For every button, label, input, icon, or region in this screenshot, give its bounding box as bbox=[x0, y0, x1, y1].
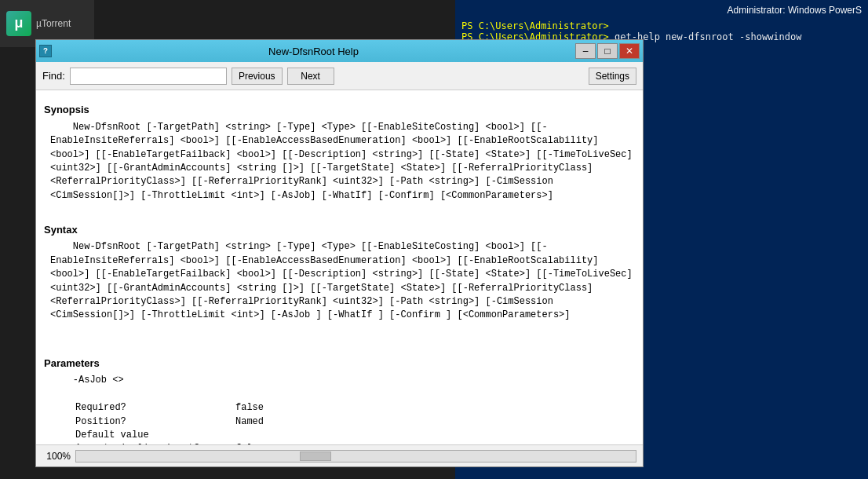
utorrent-label: µTorrent bbox=[36, 18, 71, 29]
position-val: Named bbox=[235, 415, 264, 429]
next-button[interactable]: Next bbox=[287, 68, 334, 85]
synopsis-header: Synopsis bbox=[44, 103, 635, 118]
horizontal-scrollbar[interactable] bbox=[75, 450, 636, 463]
required-key: Required? bbox=[75, 401, 232, 415]
help-content[interactable]: Synopsis New-DfsnRoot [-TargetPath] <str… bbox=[36, 90, 643, 444]
zoom-label: 100% bbox=[42, 451, 71, 462]
param-asjob-details: Required? false Position? Named Default … bbox=[75, 401, 635, 444]
position-key: Position? bbox=[75, 415, 232, 429]
syntax-text: New-DfsnRoot [-TargetPath] <string> [-Ty… bbox=[50, 240, 635, 322]
param-asjob-position: Position? Named bbox=[75, 415, 635, 429]
help-content-wrapper: Synopsis New-DfsnRoot [-TargetPath] <str… bbox=[36, 90, 643, 444]
param-asjob-default: Default value bbox=[75, 429, 635, 442]
find-input[interactable] bbox=[70, 68, 227, 85]
scrollbar-thumb[interactable] bbox=[300, 452, 331, 461]
required-val: false bbox=[235, 401, 264, 415]
ps-titlebar: Administrator: Windows PowerS bbox=[458, 3, 865, 17]
syntax-header: Syntax bbox=[44, 223, 635, 238]
help-window-title: New-DfsnRoot Help bbox=[52, 46, 575, 57]
previous-button[interactable]: Previous bbox=[232, 68, 283, 85]
synopsis-text: New-DfsnRoot [-TargetPath] <string> [-Ty… bbox=[50, 121, 635, 203]
syntax-content: New-DfsnRoot [-TargetPath] <string> [-Ty… bbox=[50, 241, 633, 320]
param-asjob-required: Required? false bbox=[75, 401, 635, 415]
help-window: ? New-DfsnRoot Help – □ ✕ Find: Previous… bbox=[35, 39, 644, 467]
help-bottom-bar: 100% bbox=[36, 444, 643, 466]
help-titlebar: ? New-DfsnRoot Help – □ ✕ bbox=[36, 40, 643, 62]
default-key: Default value bbox=[75, 429, 232, 442]
help-icon: ? bbox=[39, 45, 52, 57]
ps-line-1: PS C:\Users\Administrator> bbox=[461, 20, 862, 31]
parameters-header: Parameters bbox=[44, 357, 635, 371]
ps-title: Administrator: Windows PowerS bbox=[728, 5, 862, 16]
utorrent-icon: μ bbox=[6, 11, 31, 36]
find-label: Find: bbox=[42, 70, 65, 82]
minimize-button[interactable]: – bbox=[575, 43, 596, 59]
synopsis-content: New-DfsnRoot [-TargetPath] <string> [-Ty… bbox=[50, 122, 633, 201]
maximize-button[interactable]: □ bbox=[597, 43, 618, 59]
parameters-section: -AsJob <> Required? false Position? Name… bbox=[44, 374, 635, 444]
titlebar-buttons: – □ ✕ bbox=[575, 43, 640, 59]
help-toolbar: Find: Previous Next Settings bbox=[36, 62, 643, 90]
settings-button[interactable]: Settings bbox=[589, 68, 636, 85]
param-asjob: -AsJob <> bbox=[50, 374, 635, 387]
param-asjob-name: -AsJob <> bbox=[73, 375, 124, 386]
close-button[interactable]: ✕ bbox=[619, 43, 640, 59]
